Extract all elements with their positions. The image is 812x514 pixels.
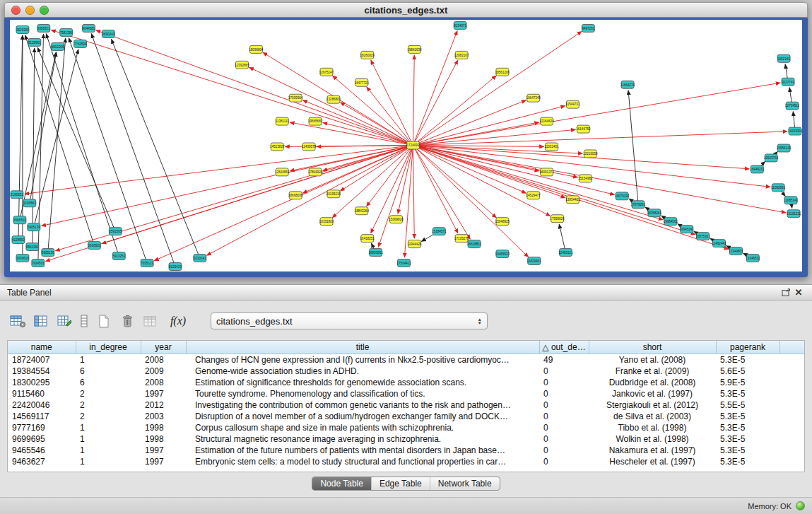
graph-node[interactable]: 11381111 — [276, 117, 289, 125]
window-titlebar[interactable]: citations_edges.txt — [4, 2, 808, 18]
graph-node[interactable]: 15369828 — [389, 216, 404, 223]
graph-node[interactable]: 2690241 — [102, 30, 114, 37]
graph-node[interactable]: 5913251 — [112, 252, 125, 260]
close-panel-icon[interactable]: ✕ — [792, 287, 805, 298]
graph-node[interactable]: 16091372 — [539, 168, 554, 176]
graph-node[interactable]: 16477721 — [355, 78, 370, 86]
graph-node[interactable]: 16079193 — [615, 192, 630, 200]
graph-node[interactable]: 17135275 — [454, 235, 469, 243]
table-row[interactable]: 1456911722003Disruption of a novel membe… — [8, 411, 804, 422]
graph-node[interactable]: 9497261 — [582, 24, 594, 32]
graph-node[interactable]: 18668039 — [288, 192, 303, 199]
memory-status-icon[interactable] — [796, 501, 805, 510]
graph-node[interactable]: 5905130 — [42, 249, 54, 257]
graph-node[interactable]: 7581356 — [60, 28, 73, 36]
graph-node[interactable]: 5905139 — [28, 223, 40, 231]
graph-node[interactable]: 10465523 — [495, 250, 510, 258]
graph-node[interactable]: 19565683 — [308, 117, 323, 125]
graph-node[interactable]: 12450121 — [558, 249, 573, 257]
graph-node[interactable]: 17504411 — [397, 259, 411, 267]
graph-node[interactable]: 4128803 — [12, 236, 25, 244]
column-header-out_degree[interactable]: △ out_de… — [539, 341, 589, 354]
table-row[interactable]: 1872400712008Changes of HCN gene express… — [8, 354, 804, 366]
graph-node[interactable]: 12610651 — [275, 168, 290, 176]
column-header-title[interactable]: title — [186, 341, 539, 354]
graph-node[interactable]: 11439578 — [302, 143, 316, 151]
network-canvas[interactable]: 1724093198626301208210718561206106473451… — [10, 20, 802, 271]
table-row[interactable]: 911546021997Tourette syndrome. Phenomeno… — [8, 388, 804, 399]
graph-node[interactable]: 16448211 — [750, 165, 764, 173]
graph-node[interactable]: 8134071 — [454, 21, 466, 29]
graph-node[interactable]: 14529477 — [526, 192, 541, 199]
graph-node[interactable]: 2566511 — [13, 216, 26, 224]
graph-node[interactable]: 19862630 — [407, 45, 422, 53]
graph-node[interactable]: 16903031 — [369, 249, 384, 257]
graph-node[interactable]: 18843264 — [355, 207, 370, 215]
graph-node[interactable]: 15955141 — [777, 144, 792, 152]
graph-node[interactable]: 12944426 — [407, 240, 422, 248]
graph-node[interactable]: 12392865 — [235, 61, 249, 69]
table-row[interactable]: 946554611997Estimation of the future num… — [8, 445, 804, 456]
graph-node[interactable]: 17999364 — [288, 94, 303, 102]
graph-node[interactable]: 3336610 — [16, 255, 29, 262]
graph-node[interactable]: 12164624 — [539, 117, 554, 125]
tab-node-table[interactable]: Node Table — [312, 477, 371, 490]
graph-node[interactable]: 10195215 — [326, 190, 341, 198]
graph-node[interactable]: 7762599 — [74, 40, 87, 47]
table-row[interactable]: 1830029562008Estimation of significance … — [8, 377, 804, 388]
graph-node[interactable]: 16418251 — [360, 235, 375, 243]
table-row[interactable]: 2242004622012Investigating the contribut… — [8, 399, 804, 411]
column-header-in_degree[interactable]: in_degree — [76, 341, 141, 354]
graph-node[interactable]: 19945241 — [680, 226, 695, 233]
graph-node[interactable]: 3105861 — [23, 199, 36, 207]
graph-node[interactable]: 17804924 — [308, 168, 323, 176]
graph-node[interactable]: 12082107 — [454, 51, 469, 59]
column-header-short[interactable]: short — [589, 341, 716, 354]
graph-node[interactable]: 12216059 — [583, 150, 598, 158]
graph-node[interactable]: 1529309 — [16, 25, 29, 33]
column-header-pagerank[interactable]: pagerank — [716, 341, 779, 354]
graph-node[interactable]: 2591505 — [109, 228, 122, 235]
close-button[interactable] — [11, 6, 20, 15]
graph-node[interactable]: 12734511 — [785, 102, 799, 110]
graph-node[interactable]: 11664274 — [620, 81, 635, 88]
graph-node[interactable]: 12675147 — [319, 68, 334, 76]
function-builder-button[interactable]: f(x) — [169, 313, 187, 329]
graph-node[interactable]: 15048925 — [495, 218, 510, 226]
graph-node[interactable]: 15154982 — [578, 175, 593, 182]
delete-column-icon[interactable] — [118, 313, 136, 329]
graph-node[interactable]: 10923741 — [764, 154, 779, 162]
graph-node[interactable]: 18358261 — [647, 209, 662, 217]
graph-node[interactable]: 8128961 — [28, 38, 41, 46]
graph-node[interactable]: 9152161 — [777, 54, 790, 62]
tab-network-table[interactable]: Network Table — [430, 477, 500, 490]
minimize-button[interactable] — [25, 6, 35, 15]
graph-node[interactable]: 6502309 — [52, 42, 64, 50]
show-columns-icon[interactable] — [32, 313, 50, 329]
graph-node[interactable]: 9227741 — [782, 78, 794, 86]
graph-node[interactable]: 15184571 — [432, 228, 447, 235]
column-header-name[interactable]: name — [8, 341, 76, 354]
edit-table-icon[interactable] — [55, 313, 73, 329]
table-source-dropdown[interactable]: citations_edges.txt ▲▼ — [211, 313, 488, 329]
import-table-icon[interactable] — [141, 313, 160, 329]
graph-node[interactable]: 3958321 — [37, 24, 50, 32]
graph-node[interactable]: 17559026 — [550, 215, 565, 223]
graph-node[interactable]: 16618811 — [467, 240, 481, 248]
hub-node[interactable]: 1724093 — [406, 141, 419, 149]
graph-node[interactable]: 11829461 — [527, 257, 541, 265]
table-row[interactable]: 1938455462009Genome-wide association stu… — [8, 366, 804, 377]
graph-node[interactable]: 18096804 — [249, 45, 264, 53]
tab-edge-table[interactable]: Edge Table — [371, 477, 430, 490]
graph-node[interactable]: 7035121 — [141, 259, 153, 267]
column-header-year[interactable]: year — [141, 341, 186, 354]
graph-node[interactable]: 14513827 — [270, 143, 285, 151]
graph-node[interactable]: 14243001 — [788, 127, 802, 135]
graph-node[interactable]: 10647345 — [526, 94, 541, 102]
graph-node[interactable]: 13954401 — [565, 196, 580, 204]
graph-node[interactable]: 13101211 — [787, 210, 801, 218]
graph-node[interactable]: 10575321 — [695, 233, 710, 240]
graph-node[interactable]: 2160651 — [11, 191, 23, 199]
create-column-icon[interactable] — [95, 313, 113, 329]
float-panel-icon[interactable] — [779, 287, 792, 298]
